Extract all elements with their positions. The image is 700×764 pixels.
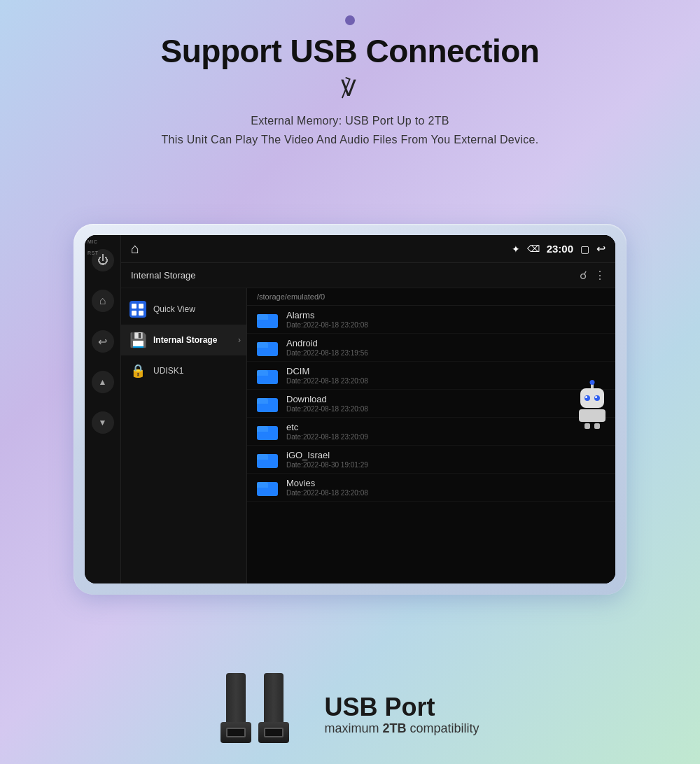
file-item-android[interactable]: Android Date:2022-08-18 23:19:56 — [247, 334, 615, 362]
internal-storage-icon: 💾 — [130, 332, 146, 348]
file-list: /storage/emulated/0 Alarms Date:2022-08-… — [247, 288, 615, 583]
file-item-igo-israel[interactable]: iGO_Israel Date:2022-08-30 19:01:29 — [247, 446, 615, 474]
top-decorative-dot — [345, 15, 355, 25]
folder-icon-igo-israel — [257, 451, 278, 468]
usb-cable-2 — [258, 673, 289, 743]
device-outer-frame: MIC RST ⏻ ⌂ ↩ ▲ ▼ ⌂ ✦ ⌫ 23:00 — [74, 224, 626, 595]
home-sidebar-button[interactable]: ⌂ — [92, 290, 114, 312]
file-name-movies: Movies — [286, 478, 368, 488]
breadcrumb-actions: ☌ ⋮ — [580, 269, 606, 282]
main-area: Quick View 💾 Internal Storage › 🔒 UDISK1 — [121, 288, 615, 583]
status-bar: ⌂ ✦ ⌫ 23:00 ▢ ↩ — [121, 235, 615, 263]
usb-port-hole-1 — [226, 728, 246, 737]
rst-label: RST — [88, 250, 99, 255]
quick-view-label: Quick View — [153, 304, 195, 314]
robot-mascot — [575, 383, 610, 421]
mic-label: MIC — [88, 239, 97, 244]
file-date-dcim: Date:2022-08-18 23:20:08 — [286, 377, 368, 385]
device-wrapper: MIC RST ⏻ ⌂ ↩ ▲ ▼ ⌂ ✦ ⌫ 23:00 — [74, 224, 626, 595]
robot-legs — [575, 423, 610, 429]
window-icon: ▢ — [580, 243, 589, 255]
robot-left-leg — [584, 423, 590, 429]
more-options-icon[interactable]: ⋮ — [594, 269, 606, 282]
bottom-section: USB Port maximum 2TB compatibility — [74, 673, 626, 743]
file-info-download: Download Date:2022-08-18 23:20:08 — [286, 394, 368, 413]
home-icon[interactable]: ⌂ — [131, 241, 139, 257]
file-info-dcim: DCIM Date:2022-08-18 23:20:08 — [286, 366, 368, 385]
robot-body — [579, 409, 606, 422]
path-bar: /storage/emulated/0 — [247, 288, 615, 306]
breadcrumb-bar: Internal Storage ☌ ⋮ — [121, 263, 615, 288]
folder-icon-dcim — [257, 367, 278, 384]
usb-port-subtitle: maximum 2TB compatibility — [324, 721, 479, 736]
panel-item-quick-view[interactable]: Quick View — [121, 294, 246, 325]
volume-down-button[interactable]: ▼ — [92, 411, 114, 434]
file-date-android: Date:2022-08-18 23:19:56 — [286, 349, 368, 357]
status-bar-left: ⌂ — [131, 241, 139, 257]
panel-item-internal-storage[interactable]: 💾 Internal Storage › — [121, 325, 246, 355]
usb-status-icon: ⌫ — [527, 243, 540, 254]
folder-icon-android — [257, 339, 278, 356]
cable-body-1 — [226, 673, 246, 722]
screen-content: ⌂ ✦ ⌫ 23:00 ▢ ↩ Internal Storage ☌ — [121, 235, 615, 583]
usb-connector-2 — [258, 722, 289, 743]
bluetooth-icon: ✦ — [512, 243, 520, 255]
folder-icon-download — [257, 395, 278, 412]
robot-right-leg — [594, 423, 600, 429]
file-item-etc[interactable]: etc Date:2022-08-18 23:20:09 — [247, 418, 615, 446]
usb-cables — [220, 673, 289, 743]
clock-display: 23:00 — [547, 243, 573, 255]
file-date-download: Date:2022-08-18 23:20:08 — [286, 405, 368, 413]
file-name-etc: etc — [286, 422, 368, 432]
volume-up-button[interactable]: ▲ — [92, 371, 114, 393]
robot-left-eye — [584, 395, 590, 401]
file-info-igo-israel: iGO_Israel Date:2022-08-30 19:01:29 — [286, 450, 368, 469]
folder-icon-etc — [257, 423, 278, 440]
breadcrumb-label: Internal Storage — [131, 270, 196, 281]
left-panel: Quick View 💾 Internal Storage › 🔒 UDISK1 — [121, 288, 247, 583]
device-screen: MIC RST ⏻ ⌂ ↩ ▲ ▼ ⌂ ✦ ⌫ 23:00 — [85, 235, 615, 583]
chevron-right-icon: › — [238, 335, 241, 345]
file-name-igo-israel: iGO_Israel — [286, 450, 368, 460]
udisk-icon: 🔒 — [130, 362, 146, 379]
cable-body-2 — [264, 673, 284, 722]
subtitle-line2: This Unit Can Play The Video And Audio F… — [0, 130, 700, 149]
file-info-alarms: Alarms Date:2022-08-18 23:20:08 — [286, 310, 368, 329]
file-item-dcim[interactable]: DCIM Date:2022-08-18 23:20:08 — [247, 362, 615, 390]
file-item-download[interactable]: Download Date:2022-08-18 23:20:08 — [247, 390, 615, 418]
file-info-movies: Movies Date:2022-08-18 23:20:08 — [286, 478, 368, 497]
file-date-movies: Date:2022-08-18 23:20:08 — [286, 489, 368, 497]
usb-port-hole-2 — [264, 728, 284, 737]
file-name-dcim: DCIM — [286, 366, 368, 376]
subtitle-line1: External Memory: USB Port Up to 2TB — [0, 111, 700, 130]
file-item-movies[interactable]: Movies Date:2022-08-18 23:20:08 — [247, 474, 615, 502]
usb-port-title: USB Port — [324, 693, 435, 721]
robot-right-eye — [594, 395, 600, 401]
panel-item-udisk[interactable]: 🔒 UDISK1 — [121, 355, 246, 386]
back-icon[interactable]: ↩ — [596, 242, 606, 255]
usb-symbol-icon: ℣ — [0, 75, 700, 101]
folder-icon-alarms — [257, 311, 278, 328]
file-info-android: Android Date:2022-08-18 23:19:56 — [286, 338, 368, 357]
file-item-alarms[interactable]: Alarms Date:2022-08-18 23:20:08 — [247, 306, 615, 334]
robot-antenna — [591, 383, 594, 388]
file-date-etc: Date:2022-08-18 23:20:09 — [286, 433, 368, 441]
file-date-alarms: Date:2022-08-18 23:20:08 — [286, 321, 368, 329]
file-date-igo-israel: Date:2022-08-30 19:01:29 — [286, 461, 368, 469]
file-name-alarms: Alarms — [286, 310, 368, 320]
back-sidebar-button[interactable]: ↩ — [92, 330, 114, 353]
usb-connector-1 — [220, 722, 251, 743]
internal-storage-label: Internal Storage — [153, 335, 217, 345]
search-icon[interactable]: ☌ — [580, 269, 587, 282]
status-bar-right: ✦ ⌫ 23:00 ▢ ↩ — [512, 242, 606, 255]
file-info-etc: etc Date:2022-08-18 23:20:09 — [286, 422, 368, 441]
usb-cable-1 — [220, 673, 251, 743]
udisk-label: UDISK1 — [153, 366, 183, 376]
page-title: Support USB Connection — [0, 34, 700, 69]
folder-icon-movies — [257, 479, 278, 496]
file-name-download: Download — [286, 394, 368, 404]
usb-text-section: USB Port maximum 2TB compatibility — [324, 693, 479, 743]
file-name-android: Android — [286, 338, 368, 348]
quick-view-icon — [130, 301, 146, 318]
robot-head — [580, 388, 604, 408]
